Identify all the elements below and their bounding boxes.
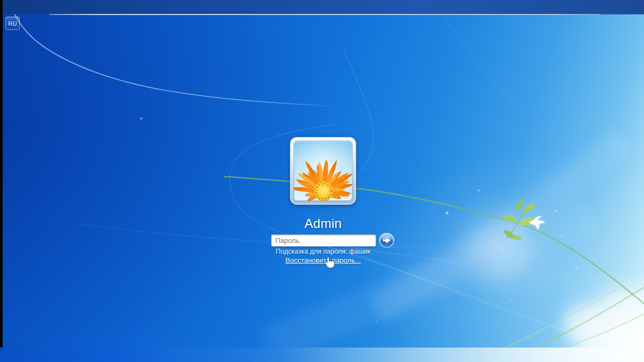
- user-avatar-tile[interactable]: [290, 137, 356, 205]
- language-indicator[interactable]: RU: [5, 17, 20, 30]
- recover-password-link[interactable]: Восстановить пароль...: [216, 256, 430, 264]
- go-button[interactable]: [378, 232, 395, 249]
- username-label: Admin: [243, 216, 404, 231]
- avatar-picture: [294, 141, 353, 201]
- password-input[interactable]: [271, 234, 376, 247]
- banner-separator-line: [49, 14, 600, 15]
- hand-cursor-icon: [324, 257, 335, 269]
- language-indicator-label: RU: [8, 20, 17, 27]
- arrow-right-icon: [378, 232, 395, 249]
- bottom-strip: [0, 348, 644, 362]
- top-banner: [0, 0, 644, 14]
- banner-separator-line-dark: [600, 14, 644, 14]
- logon-screen: RU: [0, 0, 644, 362]
- letterbox-bar-left: [0, 0, 3, 348]
- gerbera-flower-icon: [294, 141, 353, 201]
- password-hint: Подсказка для пароля: фашик: [216, 248, 430, 255]
